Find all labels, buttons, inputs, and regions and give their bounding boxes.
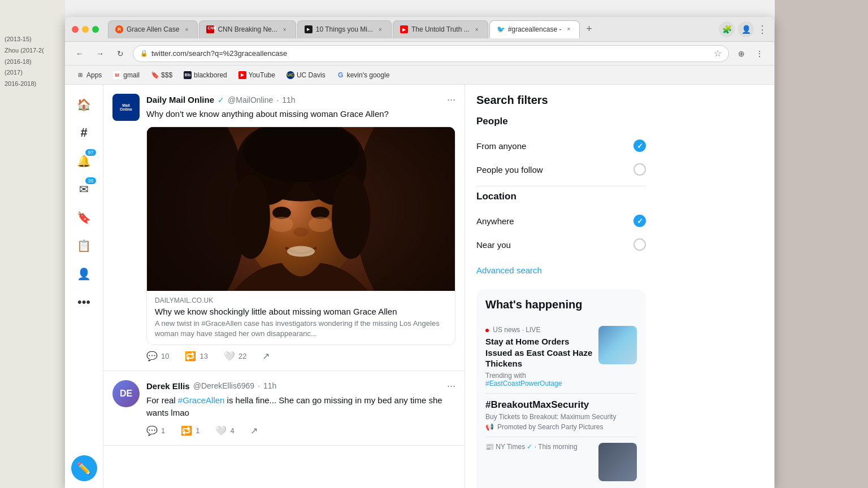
minimize-window-button[interactable] (82, 26, 89, 33)
trending-hashtag-breakout: #BreakoutMaxSecurity (485, 399, 637, 411)
close-window-button[interactable] (72, 26, 79, 33)
sidebar-item-explore[interactable]: # (71, 120, 97, 146)
tab-close-untold-truth[interactable]: × (473, 25, 481, 33)
sidebar-item-more[interactable]: ••• (71, 289, 97, 315)
reload-button[interactable]: ↻ (112, 46, 128, 62)
tweet-link-card[interactable]: dailymail.co.uk Why we know shockingly l… (146, 127, 455, 345)
back-button[interactable]: ← (72, 46, 88, 62)
address-bar[interactable]: 🔒 twitter.com/search?q=%23graceallencase… (133, 45, 729, 62)
tab-close-twitter[interactable]: × (565, 25, 572, 33)
filter-from-anyone-radio[interactable] (633, 140, 646, 152)
filter-anywhere[interactable]: Anywhere (476, 209, 646, 233)
background-text: (2013-15) Zhou (2017-2( (2016-18) (2017)… (0, 0, 65, 90)
retweet-icon: 🔁 (185, 351, 196, 361)
reply-button[interactable]: 💬 10 (146, 351, 169, 361)
filter-anywhere-label: Anywhere (476, 216, 514, 226)
compose-tweet-button[interactable]: ✏️ (71, 455, 97, 481)
tweet-time-derek: 11h (263, 381, 276, 390)
tab-close-grace-allen[interactable]: × (183, 25, 190, 33)
bookmark-apps[interactable]: ⊞ Apps (72, 69, 106, 81)
tab-close-cnn[interactable]: × (281, 25, 289, 33)
bookmark-gmail-label: gmail (123, 71, 140, 79)
sidebar-item-home[interactable]: 🏠 (71, 91, 97, 117)
trending-item-nytimes[interactable]: 📰 NY Times ✓ · This morning (485, 437, 637, 487)
filter-near-you[interactable]: Near you (476, 233, 646, 256)
extensions-button[interactable]: 🧩 (719, 21, 735, 37)
tab-label-cnn: CNN Breaking Ne... (218, 25, 277, 33)
bookmark-money[interactable]: 🔖 $$$ (146, 69, 177, 81)
bookmark-youtube[interactable]: ▶ YouTube (234, 69, 280, 81)
trending-item-eastcoast[interactable]: US news · LIVE Stay at Home Orders Issue… (485, 320, 637, 394)
google-icon: G (337, 71, 345, 79)
tab-label-grace-allen: Grace Allen Case (127, 25, 179, 33)
tweet-author-name: Daily Mail Online (146, 95, 214, 104)
trending-headline-eastcoast: Stay at Home Orders Issued as East Coast… (485, 336, 593, 369)
sidebar-item-lists[interactable]: 📋 (71, 233, 97, 259)
svg-point-15 (287, 246, 315, 256)
filter-people-you-follow-radio[interactable] (633, 163, 646, 176)
tweet-card-description: A new twist in #GraceAllen case has inve… (155, 319, 447, 339)
trending-item-breakout[interactable]: #BreakoutMaxSecurity Buy Tickets to Brea… (485, 394, 637, 437)
bookmark-ucdavis[interactable]: UC UC Davis (282, 69, 330, 81)
reply-icon: 💬 (146, 351, 158, 361)
tab-close-ten-things[interactable]: × (376, 25, 384, 33)
tweet-card-metadata: dailymail.co.uk Why we know shockingly l… (147, 291, 455, 345)
sidebar-item-messages[interactable]: ✉ 36 (71, 176, 97, 202)
bookmark-tab-button[interactable]: ⊕ (734, 46, 749, 62)
like-button[interactable]: 🤍 22 (224, 351, 246, 361)
bookmark-blackbored[interactable]: Bb blackbored (179, 69, 232, 81)
tab-untold-truth[interactable]: ▶ The Untold Truth ... × (393, 20, 488, 38)
traffic-lights (72, 26, 99, 33)
location-filter-title: Location (476, 191, 646, 202)
filter-anywhere-radio[interactable] (633, 215, 646, 227)
notifications-badge: 97 (85, 149, 96, 156)
forward-button[interactable]: → (92, 46, 108, 62)
profile-person-icon: 👤 (77, 267, 91, 281)
filter-from-anyone[interactable]: From anyone (476, 134, 646, 158)
retweet-button[interactable]: 🔁 13 (185, 351, 207, 361)
menu-button[interactable]: ⋮ (757, 23, 767, 36)
bookmark-gmail[interactable]: M gmail (108, 69, 144, 81)
filter-people-you-follow-label: People you follow (476, 165, 543, 175)
compose-edit-icon: ✏️ (77, 461, 91, 475)
tweet-text-derek: For real #GraceAllen is hella fine... Sh… (146, 394, 455, 420)
share-derek-button[interactable]: ↗ (250, 425, 258, 436)
sidebar-item-profile[interactable]: 👤 (71, 261, 97, 287)
profile-button[interactable]: 👤 (738, 21, 754, 37)
sidebar-item-notifications[interactable]: 🔔 97 (71, 148, 97, 174)
advanced-search-link[interactable]: Advanced search (476, 265, 542, 275)
retweet-derek-button[interactable]: 🔁 1 (181, 425, 199, 436)
more-actions-button[interactable]: ⋮ (752, 46, 767, 62)
tab-bar: R Grace Allen Case × CNN CNN Breaking Ne… (108, 20, 710, 38)
lists-icon: 📋 (77, 239, 91, 252)
tweet-author-handle-derek: @DerekEllis6969 (193, 381, 254, 390)
bookmark-money-label: $$$ (161, 71, 172, 79)
tab-label-twitter: #graceallencase - (508, 25, 562, 33)
tab-cnn[interactable]: CNN CNN Breaking Ne... × (199, 20, 296, 38)
search-filters-section: Search filters People From anyone People… (476, 94, 646, 276)
tweet-avatar-derek: DE (112, 380, 140, 407)
promoted-icon: 📢 (485, 423, 494, 431)
trending-sub-eastcoast: Trending with #EastCoastPowerOutage (485, 372, 593, 387)
maximize-window-button[interactable] (92, 26, 99, 33)
share-button[interactable]: ↗ (262, 351, 270, 361)
bookmark-star-icon[interactable]: ☆ (714, 48, 722, 59)
filter-people-you-follow[interactable]: People you follow (476, 158, 646, 181)
like-derek-button[interactable]: 🤍 4 (215, 425, 234, 436)
share-icon: ↗ (262, 351, 270, 361)
new-tab-button[interactable]: + (581, 21, 597, 37)
tweet-more-derek-button[interactable]: ··· (447, 380, 455, 392)
hashtag-graceallen-link[interactable]: #GraceAllen (178, 395, 225, 405)
trending-image-nytimes (598, 443, 637, 481)
tab-label-ten-things: 10 Things you Mi... (316, 25, 373, 33)
filter-near-you-radio[interactable] (633, 238, 646, 251)
bookmark-kevin-google[interactable]: G kevin's google (332, 69, 394, 81)
tab-ten-things[interactable]: ▶ 10 Things you Mi... × (297, 20, 392, 38)
reply-count-derek: 1 (161, 426, 165, 435)
trending-hashtag-link[interactable]: #EastCoastPowerOutage (485, 380, 562, 387)
reply-derek-button[interactable]: 💬 1 (146, 425, 165, 436)
tab-grace-allen[interactable]: R Grace Allen Case × (108, 20, 198, 38)
tab-twitter-active[interactable]: 🐦 #graceallencase - × (489, 20, 580, 38)
tweet-more-options-button[interactable]: ··· (447, 94, 455, 106)
sidebar-item-bookmarks[interactable]: 🔖 (71, 204, 97, 230)
